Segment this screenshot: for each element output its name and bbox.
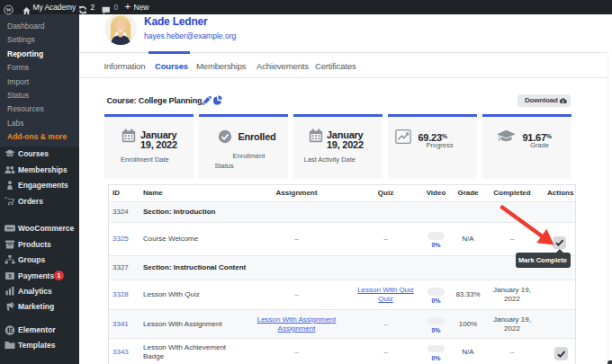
svg-text:W: W [5,6,12,13]
svg-text:woo: woo [5,226,14,230]
svg-text:$: $ [8,272,11,278]
